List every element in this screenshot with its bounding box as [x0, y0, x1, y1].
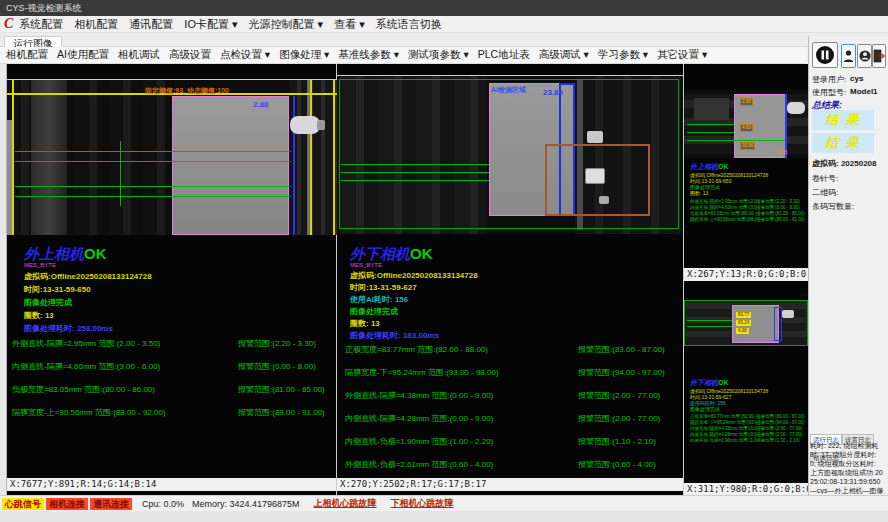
- log-output[interactable]: 耗时: 222, 绕组检测耗时: 17, 绕组分度耗时: 0, 绕组视取分区耗时…: [810, 441, 884, 494]
- menu-item-language-switch[interactable]: 系统语言切换: [376, 17, 442, 32]
- measure-value-overlay: 23.80: [543, 88, 563, 97]
- upper-camera-heartbeat-alarm: 上相机心跳故障: [314, 497, 377, 510]
- toolbar-item-advanced-debug[interactable]: 高级调试 ▾: [539, 48, 589, 62]
- measure-callout: 2.95: [740, 98, 753, 106]
- left-edge-panel: [0, 64, 7, 495]
- mini-result-text-outer-upper: 外上相机OK 虚拟码:Offline20250208133124728 时间:1…: [690, 162, 806, 224]
- camera-image-outer-upper[interactable]: 固定阈值:93, 动态阈值:100 2.88: [7, 79, 337, 235]
- measure-line: [341, 180, 489, 181]
- mini-camera-image-outer-lower[interactable]: 83.77 95.24 4.38: [684, 300, 808, 346]
- menu-item-camera-config[interactable]: 相机配置: [74, 17, 118, 32]
- measure-line: [15, 151, 290, 152]
- camera-name: 外下相机: [690, 379, 718, 386]
- metal-part: [599, 196, 609, 204]
- measurement-row: 内侧直线-负极=1.90mm 范围:(1.00 - 2.20)报警范围:(1.1…: [690, 438, 806, 442]
- toolbar-item-camera-debug[interactable]: 相机调试: [118, 48, 160, 62]
- cursor-coords-outer-lower: X:270;Y:2502;R:17;G:17;B:17: [337, 478, 683, 491]
- measurement-row: 内侧直线-隔膜=4.28mm 范围:(0.00 - 9.00)报警范围:(2.0…: [345, 413, 681, 424]
- exit-button[interactable]: [872, 44, 886, 68]
- menu-item-light-control-config[interactable]: 光源控制配置 ▾: [249, 17, 324, 32]
- model-select[interactable]: Model1: [850, 87, 878, 96]
- camera-result-ok: OK: [84, 245, 107, 262]
- time-line: 时间:13-31-59-627: [350, 282, 417, 293]
- toolbar-item-test-item-params[interactable]: 测试项参数 ▾: [408, 48, 469, 62]
- cursor-coords-mini-top: X:267;Y:13;R:0;G:0;B:0: [684, 268, 808, 281]
- exit-door-icon: [873, 49, 885, 63]
- metal-part: [587, 131, 603, 143]
- process-done-line: 图像处理完成: [350, 306, 398, 317]
- measure-line: [120, 141, 121, 206]
- measure-callout: 90.56: [740, 142, 755, 150]
- measurement-warn: 报警范围:(2.20 - 3.30): [238, 338, 316, 349]
- measurement-warn: 报警范围:(94.00 - 97.00): [578, 367, 665, 378]
- menu-item-io-card-config[interactable]: IO卡配置 ▾: [184, 17, 237, 32]
- ai-elapsed-line: 使用AI耗时: 156: [350, 294, 408, 305]
- menu-item-view[interactable]: 查看 ▾: [334, 17, 365, 32]
- switch-user-button[interactable]: [857, 44, 872, 68]
- login-user-value: cys: [850, 74, 863, 83]
- pause-button[interactable]: [812, 42, 838, 68]
- measurement-text: 外侧直线-负极=2.61mm 范围:(0.60 - 4.00): [345, 459, 578, 470]
- camera-image-outer-lower[interactable]: AI检测区域 23.80: [337, 75, 683, 234]
- toolbar-item-other-settings[interactable]: 其它设置 ▾: [657, 48, 707, 62]
- window-titlebar: CYS-视觉检测系统: [0, 0, 888, 16]
- measurement-warn: 报警范围:(89.00 - 91.00): [238, 407, 325, 418]
- measurement-text: 正极宽度=83.77mm 范围:(82.00 - 88.00): [345, 344, 578, 355]
- user-badge-icon: [859, 49, 871, 63]
- toolbar-item-ai-usage-config[interactable]: AI使用配置: [57, 48, 109, 62]
- measurement-text: 外侧直线-隔膜=2.95mm 范围:(2.00 - 3.50): [12, 338, 238, 349]
- roi-border-blue: [774, 307, 782, 341]
- measurement-text: 内侧直线-负极=1.90mm 范围:(1.00 - 2.20): [345, 436, 578, 447]
- menu-item-comm-config[interactable]: 通讯配置: [129, 17, 173, 32]
- measurement-warn: 报警范围:(83.00 - 87.00): [578, 344, 665, 355]
- toolbar-item-image-processing[interactable]: 图像处理 ▾: [279, 48, 329, 62]
- machine-patch: [694, 98, 729, 120]
- measurement-warn: 报警范围:(0.60 - 4.00): [578, 459, 656, 470]
- app-logo-icon: C: [4, 16, 13, 32]
- write-count-label: 条码写数量:: [812, 201, 854, 212]
- menu-item-system-config[interactable]: 系统配置: [19, 17, 63, 32]
- toolbar-item-spot-check-settings[interactable]: 点检设置 ▾: [220, 48, 270, 62]
- connector-part: [290, 116, 320, 134]
- baseline-vertical: [12, 80, 14, 235]
- cpu-usage-text: Cpu: 0.0%: [142, 499, 184, 509]
- measure-callout: 83.77: [736, 312, 751, 318]
- measurement-row: 内侧直线-负极=1.90mm 范围:(1.00 - 2.20)报警范围:(1.1…: [345, 436, 681, 447]
- measure-line: [15, 161, 290, 162]
- measure-callout: 4.60: [740, 124, 753, 132]
- measure-line: [687, 320, 732, 321]
- lower-camera-heartbeat-alarm: 下相机心跳故障: [391, 497, 454, 510]
- measure-callout: 4.38: [736, 328, 749, 334]
- result-display-upper: 结 果: [812, 110, 874, 130]
- toolbar-item-advanced-settings[interactable]: 高级设置: [169, 48, 211, 62]
- toolbar-item-camera-config[interactable]: 相机配置: [6, 48, 48, 62]
- virtual-code-value: 20250208: [841, 159, 877, 168]
- measure-line: [15, 186, 290, 187]
- login-user-label: 登录用户:: [812, 74, 846, 85]
- machine-background: [289, 80, 337, 235]
- measurement-row: 外侧直线-隔膜=4.38mm 范围:(0.00 - 9.00)报警范围:(2.0…: [345, 390, 681, 401]
- mini-camera-image-outer-upper[interactable]: 2.95 4.60 90.56 83.05: [684, 90, 808, 158]
- camera-result-ok: OK: [410, 245, 433, 262]
- ai-region-overlay-label: AI检测区域: [491, 85, 526, 95]
- toolbar: 相机配置 AI使用配置 相机调试 高级设置 点检设置 ▾ 图像处理 ▾ 基准线参…: [0, 47, 806, 64]
- cursor-coords-outer-upper: X:7677;Y:891;R:14;G:14;B:14: [7, 478, 336, 491]
- connector-part: [787, 102, 805, 114]
- model-label: 使用型号:: [812, 87, 846, 98]
- comm-connection-badge: 通讯连接: [90, 498, 132, 510]
- toolbar-item-baseline-params[interactable]: 基准线参数 ▾: [338, 48, 399, 62]
- virtual-code-line: 虚拟码:Offline20250208133124728: [24, 271, 152, 282]
- memory-usage-text: Memory: 3424.41796875M: [192, 499, 300, 509]
- measurement-row: 外侧直线-负极=2.61mm 范围:(0.60 - 4.00)报警范围:(0.6…: [345, 459, 681, 470]
- measurement-text: 内侧直线-负极=1.90mm 范围:(1.00 - 2.20): [690, 438, 756, 442]
- status-bar: 心跳信号 相机连接 通讯连接 Cpu: 0.0% Memory: 3424.41…: [0, 495, 888, 511]
- measurement-row: 内侧直线-隔膜=4.60mm 范围:(3.00 - 6.00)报警范围:(0.0…: [12, 361, 334, 372]
- login-user-button[interactable]: [841, 44, 856, 68]
- camera-name: 外下相机: [350, 245, 410, 262]
- connector-tip: [317, 120, 325, 130]
- toolbar-item-plc-address-table[interactable]: PLC地址表: [478, 48, 530, 62]
- measurement-warn: 报警范围:(2.00 - 77.00): [578, 390, 660, 401]
- mes-tag: MES_BYTE: [24, 262, 56, 268]
- toolbar-item-learning-params[interactable]: 学习参数 ▾: [598, 48, 648, 62]
- virtual-code-label: 虚拟码: 20250208: [812, 158, 877, 169]
